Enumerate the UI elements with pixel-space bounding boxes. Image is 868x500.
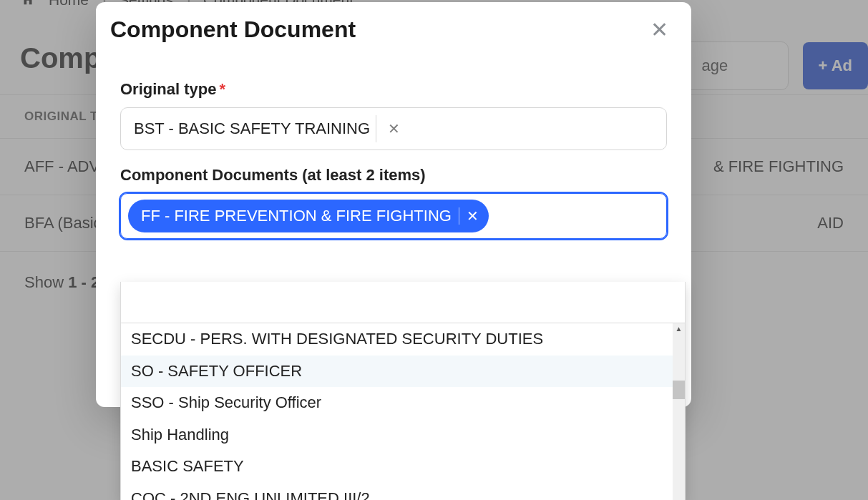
original-type-select[interactable]: BST - BASIC SAFETY TRAINING ✕ xyxy=(120,107,667,150)
dropdown-option[interactable]: SSO - Ship Security Officer xyxy=(121,387,685,419)
component-documents-label: Component Documents (at least 2 items) xyxy=(120,166,667,185)
modal-header: Component Document ✕ xyxy=(96,16,691,64)
scrollbar[interactable]: ▲ xyxy=(673,323,685,500)
chip-divider xyxy=(459,207,459,225)
dropdown-option[interactable]: COC - 2ND ENG UNLIMITED III/2 xyxy=(121,483,685,500)
dropdown-list: SECDU - PERS. WITH DESIGNATED SECURITY D… xyxy=(121,323,685,500)
component-chip: FF - FIRE PREVENTION & FIRE FIGHTING ✕ xyxy=(128,200,489,232)
original-type-chip: BST - BASIC SAFETY TRAINING xyxy=(128,115,376,142)
scroll-up-icon[interactable]: ▲ xyxy=(673,323,685,333)
chip-remove-icon[interactable]: ✕ xyxy=(384,120,404,137)
component-documents-select[interactable]: FF - FIRE PREVENTION & FIRE FIGHTING ✕ xyxy=(120,193,667,239)
dropdown-option[interactable]: SO - SAFETY OFFICER xyxy=(121,356,685,388)
dropdown-search[interactable] xyxy=(121,282,685,323)
dropdown-option[interactable]: SECDU - PERS. WITH DESIGNATED SECURITY D… xyxy=(121,323,685,356)
chip-text: FF - FIRE PREVENTION & FIRE FIGHTING xyxy=(141,207,452,225)
close-icon[interactable]: ✕ xyxy=(650,19,668,41)
dropdown-option[interactable]: Ship Handling xyxy=(121,419,685,451)
component-documents-dropdown: SECDU - PERS. WITH DESIGNATED SECURITY D… xyxy=(120,282,686,500)
required-mark: * xyxy=(219,80,225,98)
modal-body: Original type* BST - BASIC SAFETY TRAINI… xyxy=(96,80,691,239)
scrollbar-thumb[interactable] xyxy=(673,381,685,399)
original-type-label: Original type* xyxy=(120,80,667,99)
dropdown-option[interactable]: BASIC SAFETY xyxy=(121,451,685,483)
chip-remove-icon[interactable]: ✕ xyxy=(467,207,479,225)
label-text: Original type xyxy=(120,80,216,98)
modal-title: Component Document xyxy=(110,16,356,43)
